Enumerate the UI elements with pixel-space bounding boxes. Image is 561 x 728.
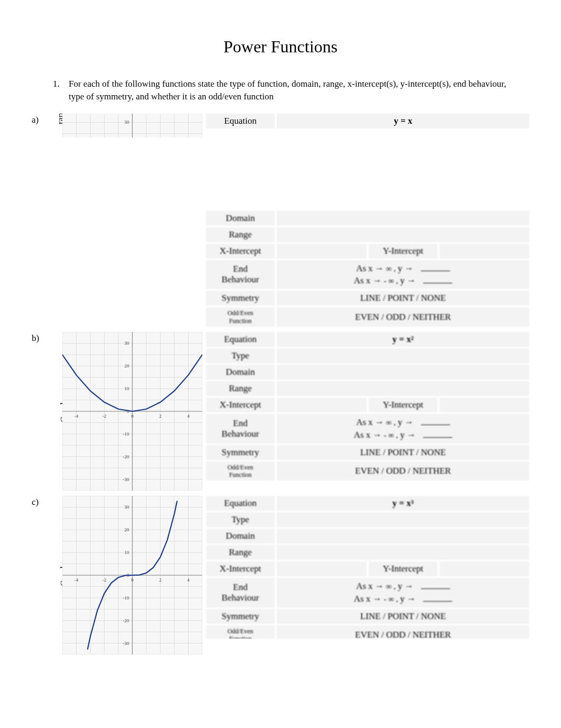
endbehaviour-value: As x → ∞ , y → As x → - ∞ , y → [277,414,529,444]
xintercept-value [277,398,367,412]
domain-value [277,365,529,380]
chart: -4-2024-30-20-100102030 [62,496,202,655]
symmetry-value: LINE / POINT / NONE [277,445,529,460]
oddeven-value: EVEN / ODD / NEITHER [277,307,529,327]
yintercept-label: Y-Intercept [369,398,437,412]
svg-text:-30: -30 [123,477,129,482]
properties-table: Equation y = x Domain Range X-Intercept … [206,114,529,327]
svg-text:20: 20 [125,363,130,368]
svg-text:-10: -10 [123,431,129,437]
oddeven-value: EVEN / ODD / NEITHER [277,625,529,639]
chart: -4-2024-30-20-100102030 [62,332,202,491]
problem-a): a) raph -4-2024-30-20-100102030 Equation… [32,114,529,327]
svg-text:-2: -2 [102,413,107,419]
svg-text:-20: -20 [123,454,129,459]
range-label: Range [206,227,275,242]
symmetry-label: Symmetry [206,291,275,306]
equation-value: y = x³ [277,496,529,511]
symmetry-value: LINE / POINT / NONE [277,291,529,306]
range-label: Range [206,381,275,396]
problem-letter: a) [32,114,48,327]
oddeven-value: EVEN / ODD / NEITHER [277,462,529,481]
instruction-body: For each of the following functions stat… [69,78,508,103]
domain-label: Domain [206,365,275,380]
svg-text:20: 20 [125,527,130,532]
equation-value: y = x [277,114,529,128]
xintercept-label: X-Intercept [206,561,275,576]
svg-text:-2: -2 [102,577,107,583]
svg-text:-30: -30 [123,641,129,646]
equation-label: Equation [206,496,275,511]
svg-text:-4: -4 [74,413,79,419]
type-label: Type [206,348,275,363]
properties-table: Equation y = x² Type Domain Range X-Inte… [206,332,529,491]
xintercept-value [277,561,367,576]
svg-text:30: 30 [125,119,130,125]
instruction-text: 1. For each of the following functions s… [53,78,508,103]
endbehaviour-value: As x → ∞ , y → As x → - ∞ , y → [277,260,529,290]
instruction-number: 1. [53,78,69,103]
problem-c): c) Graph -4-2024-30-20-100102030 Equatio… [32,496,529,655]
domain-label: Domain [206,529,275,543]
range-value [277,545,529,560]
yintercept-label: Y-Intercept [369,561,437,576]
xintercept-value [277,244,367,259]
page-title: Power Functions [32,37,529,57]
graph-panel: Graph -4-2024-30-20-100102030 [48,496,203,655]
oddeven-label: Odd/EvenFunction [206,625,275,639]
svg-text:-10: -10 [123,595,129,601]
yintercept-value [440,561,529,576]
range-value [277,227,529,242]
type-value [277,512,529,527]
symmetry-label: Symmetry [206,609,275,624]
endbehaviour-label: EndBehaviour [206,414,275,444]
svg-text:2: 2 [159,577,162,583]
problem-b): b) Graph -4-2024-30-20-100102030 Equatio… [32,332,529,491]
type-label: Type [206,512,275,527]
type-value [277,348,529,363]
symmetry-label: Symmetry [206,445,275,460]
svg-text:30: 30 [125,340,130,346]
endbehaviour-value: As x → ∞ , y → As x → - ∞ , y → [277,578,529,607]
equation-label: Equation [206,114,275,128]
svg-text:4: 4 [187,413,190,419]
yintercept-value [440,398,529,412]
domain-value [277,529,529,543]
domain-label: Domain [206,211,275,226]
svg-text:-4: -4 [74,577,79,583]
properties-table: Equation y = x³ Type Domain Range X-Inte… [206,496,529,639]
svg-text:-20: -20 [123,618,129,623]
equation-label: Equation [206,332,275,347]
yintercept-value [440,244,529,259]
problem-letter: b) [32,332,48,491]
svg-text:2: 2 [159,413,162,419]
svg-text:0: 0 [131,413,134,419]
range-value [277,381,529,396]
svg-text:0: 0 [131,577,134,583]
oddeven-label: Odd/EvenFunction [206,462,275,481]
svg-text:30: 30 [125,504,130,510]
svg-text:10: 10 [125,550,130,555]
graph-panel: raph -4-2024-30-20-100102030 [48,114,203,145]
xintercept-label: X-Intercept [206,398,275,412]
yintercept-label: Y-Intercept [369,244,437,259]
graph-panel: Graph -4-2024-30-20-100102030 [48,332,203,491]
endbehaviour-label: EndBehaviour [206,578,275,607]
domain-value [277,211,529,226]
svg-text:4: 4 [187,577,190,583]
range-label: Range [206,545,275,560]
oddeven-label: Odd/EvenFunction [206,307,275,327]
equation-value: y = x² [277,332,529,347]
problem-letter: c) [32,496,48,655]
svg-text:10: 10 [125,386,130,391]
endbehaviour-label: EndBehaviour [206,260,275,290]
chart: -4-2024-30-20-100102030 [62,114,202,137]
symmetry-value: LINE / POINT / NONE [277,609,529,624]
xintercept-label: X-Intercept [206,244,275,259]
